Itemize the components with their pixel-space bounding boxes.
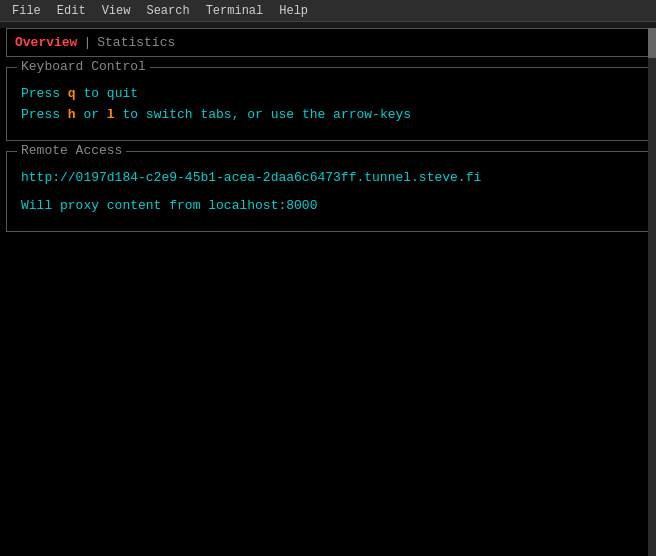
keyboard-control-legend: Keyboard Control xyxy=(17,59,150,74)
press-hl-text: Press h or l to switch tabs, or use the … xyxy=(21,107,411,122)
press-q-text: Press q to quit xyxy=(21,86,138,101)
menu-view[interactable]: View xyxy=(94,2,139,20)
remote-access-proxy: Will proxy content from localhost:8000 xyxy=(21,196,635,217)
remote-access-url: http://0197d184-c2e9-45b1-acea-2daa6c647… xyxy=(21,168,635,189)
keyboard-control-box: Keyboard Control Press q to quit Press h… xyxy=(6,67,650,141)
remote-access-legend: Remote Access xyxy=(17,143,126,158)
tab-statistics[interactable]: Statistics xyxy=(97,35,175,50)
terminal-content: Overview | Statistics Keyboard Control P… xyxy=(0,28,656,556)
menu-bar: File Edit View Search Terminal Help xyxy=(0,0,656,22)
key-h: h xyxy=(68,107,76,122)
keyboard-control-content: Press q to quit Press h or l to switch t… xyxy=(21,78,635,126)
keyboard-quit-line: Press q to quit xyxy=(21,84,635,105)
key-q: q xyxy=(68,86,76,101)
menu-terminal[interactable]: Terminal xyxy=(198,2,272,20)
keyboard-switch-line: Press h or l to switch tabs, or use the … xyxy=(21,105,635,126)
menu-search[interactable]: Search xyxy=(138,2,197,20)
scrollbar-thumb[interactable] xyxy=(648,28,656,58)
menu-file[interactable]: File xyxy=(4,2,49,20)
tab-separator: | xyxy=(83,35,91,50)
tabs-row: Overview | Statistics xyxy=(6,28,650,57)
menu-edit[interactable]: Edit xyxy=(49,2,94,20)
menu-help[interactable]: Help xyxy=(271,2,316,20)
scrollbar-track[interactable] xyxy=(648,28,656,556)
remote-access-box: Remote Access http://0197d184-c2e9-45b1-… xyxy=(6,151,650,233)
key-l: l xyxy=(107,107,115,122)
remote-access-content: http://0197d184-c2e9-45b1-acea-2daa6c647… xyxy=(21,162,635,218)
tab-overview[interactable]: Overview xyxy=(15,35,77,50)
